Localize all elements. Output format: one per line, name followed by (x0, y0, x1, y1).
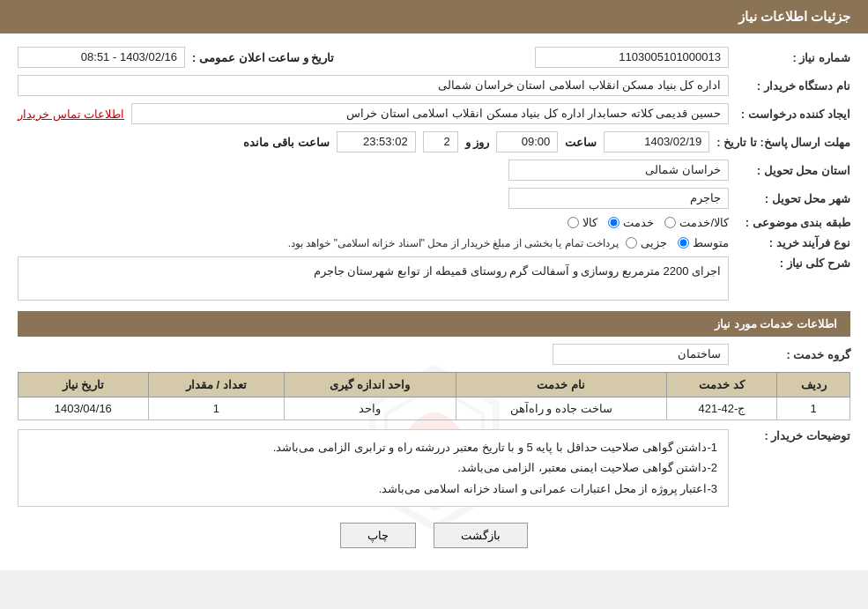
print-button[interactable]: چاپ (340, 523, 416, 548)
process-motavasset-label: متوسط (693, 236, 729, 249)
deadline-row: مهلت ارسال پاسخ: تا تاریخ : 1403/02/19 س… (18, 131, 850, 152)
col-quantity: تعداد / مقدار (148, 373, 284, 397)
buttons-row: بازگشت چاپ (18, 523, 850, 548)
subject-option-kala-khedmat[interactable]: کالا/خدمت (664, 216, 729, 229)
deadline-time-label: ساعت (565, 136, 597, 149)
services-section-title: اطلاعات خدمات مورد نیاز (18, 311, 850, 337)
deadline-remaining-label: ساعت باقی مانده (243, 136, 329, 149)
announce-label: تاریخ و ساعت اعلان عمومی : (192, 51, 334, 64)
process-jozii-radio[interactable] (626, 237, 637, 249)
col-date: تاریخ نیاز (19, 373, 149, 397)
need-number-value: 1103005101000013 (535, 47, 729, 68)
city-label: شهر محل تحویل : (736, 192, 850, 205)
description-value: اجرای 2200 مترمربع روسازی و آسفالت گرم ر… (18, 256, 729, 301)
announce-value: 1403/02/16 - 08:51 (18, 47, 185, 68)
deadline-time: 09:00 (496, 131, 558, 152)
need-number-row: شماره نیاز : 1103005101000013 تاریخ و سا… (18, 47, 850, 68)
process-jozii-label: جزیی (641, 236, 667, 249)
col-name: نام خدمت (456, 373, 666, 397)
subject-kala-label: کالا (582, 216, 597, 229)
service-group-label: گروه خدمت : (736, 348, 850, 361)
process-radio-group: جزیی متوسط (626, 236, 729, 249)
services-table: ردیف کد خدمت نام خدمت واحد اندازه گیری ت… (18, 372, 850, 420)
deadline-label: مهلت ارسال پاسخ: تا تاریخ : (716, 136, 850, 149)
buyer-org-label: نام دستگاه خریدار : (736, 79, 850, 93)
service-group-row: گروه خدمت : ساختمان (18, 344, 850, 365)
deadline-day: 2 (423, 131, 458, 152)
buyer-org-row: نام دستگاه خریدار : اداره کل بنیاد مسکن … (18, 75, 850, 96)
page-title: جزئیات اطلاعات نیاز (738, 9, 850, 24)
subject-kala-khedmat-radio[interactable] (664, 217, 676, 228)
need-number-label: شماره نیاز : (736, 51, 850, 64)
col-unit: واحد اندازه گیری (285, 373, 456, 397)
process-row: نوع فرآیند خرید : جزیی متوسط پرداخت تمام… (18, 236, 850, 249)
province-row: استان محل تحویل : خراسان شمالی (18, 160, 850, 181)
col-row: ردیف (777, 373, 850, 397)
subject-kala-khedmat-label: کالا/خدمت (679, 216, 729, 229)
creator-label: ایجاد کننده درخواست : (736, 108, 850, 121)
buyer-org-value: اداره کل بنیاد مسکن انقلاب اسلامی استان … (18, 75, 729, 96)
page-header: جزئیات اطلاعات نیاز (0, 0, 868, 33)
subject-kala-radio[interactable] (568, 217, 579, 228)
process-label: نوع فرآیند خرید : (736, 236, 850, 249)
subject-khedmat-label: خدمت (623, 216, 654, 229)
deadline-remaining: 23:53:02 (337, 131, 416, 152)
city-value: جاجرم (508, 188, 729, 209)
province-label: استان محل تحویل : (736, 164, 850, 177)
creator-row: ایجاد کننده درخواست : حسین قدیمی کلاته ح… (18, 103, 850, 124)
subject-khedmat-radio[interactable] (608, 217, 619, 228)
process-option-motavasset[interactable]: متوسط (678, 236, 729, 249)
process-note: پرداخت تمام یا بخشی از مبلغ خریدار از مح… (288, 237, 619, 249)
service-group-value: ساختمان (553, 344, 729, 365)
subject-radio-group: کالا خدمت کالا/خدمت (568, 216, 729, 229)
subject-row: طبقه بندی موضوعی : کالا خدمت کالا/خدمت (18, 216, 850, 229)
subject-label: طبقه بندی موضوعی : (736, 216, 850, 229)
table-row: 1ج-42-421ساخت جاده و راه‌آهنواحد11403/04… (19, 397, 850, 420)
description-row: شرح کلی نیاز : اجرای 2200 مترمربع روسازی… (18, 256, 850, 301)
creator-value: حسین قدیمی کلاته حسابدار اداره کل بنیاد … (131, 103, 729, 124)
process-motavasset-radio[interactable] (678, 237, 689, 249)
description-label: شرح کلی نیاز : (736, 256, 850, 270)
notes-row: توضیحات خریدار : 1-داشتن گواهی صلاحیت حد… (18, 429, 850, 507)
subject-option-kala[interactable]: کالا (568, 216, 597, 229)
process-option-jozii[interactable]: جزیی (626, 236, 667, 249)
notes-box: 1-داشتن گواهی صلاحیت حداقل با پایه 5 و ب… (18, 429, 729, 507)
province-value: خراسان شمالی (508, 160, 729, 181)
subject-option-khedmat[interactable]: خدمت (608, 216, 654, 229)
creator-link[interactable]: اطلاعات تماس خریدار (18, 108, 124, 121)
back-button[interactable]: بازگشت (434, 523, 528, 548)
deadline-date: 1403/02/19 (604, 131, 709, 152)
city-row: شهر محل تحویل : جاجرم (18, 188, 850, 209)
col-code: کد خدمت (666, 373, 777, 397)
deadline-day-label: روز و (465, 136, 490, 149)
notes-label: توضیحات خریدار : (736, 429, 850, 442)
